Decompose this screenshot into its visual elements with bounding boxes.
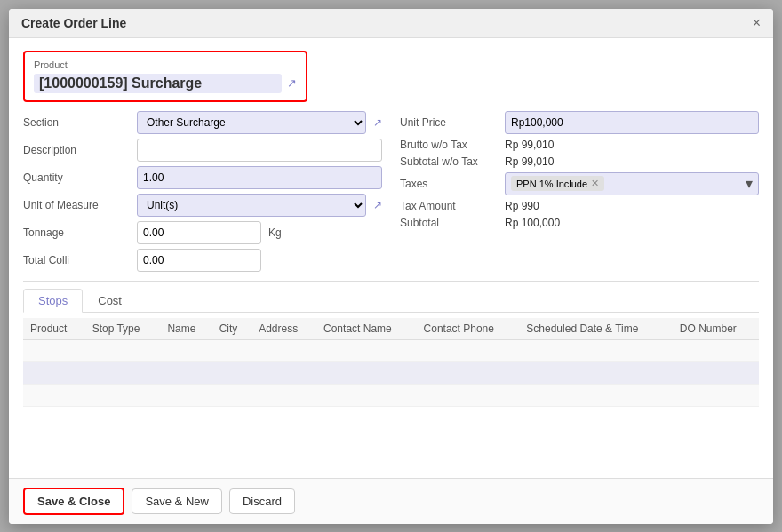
form-grid: Section Other Surcharge ↗ Description Qu…	[23, 111, 759, 272]
stops-table: Product Stop Type Name City Address Cont…	[23, 318, 759, 407]
unit-link-icon[interactable]: ↗	[373, 199, 382, 211]
create-order-line-modal: Create Order Line × Product [1000000159]…	[9, 9, 773, 524]
table-row	[23, 384, 759, 406]
taxes-dropdown-button[interactable]: ▾	[746, 175, 753, 192]
section-label: Section	[23, 116, 130, 129]
subtotal-row: Subtotal w/o Tax Rp 99,010	[400, 155, 759, 168]
final-subtotal-label: Subtotal	[400, 217, 498, 229]
header-row: Product Stop Type Name City Address Cont…	[23, 318, 759, 340]
tab-cost[interactable]: Cost	[83, 289, 137, 312]
table-body	[23, 339, 759, 406]
subtotal-value: Rp 99,010	[505, 155, 554, 168]
unit-price-label: Unit Price	[400, 116, 498, 129]
section-row: Section Other Surcharge ↗	[23, 111, 382, 134]
tax-amount-row: Tax Amount Rp 990	[400, 200, 759, 212]
final-subtotal-value: Rp 100,000	[505, 217, 560, 229]
tabs-section: Stops Cost Product Stop Type Name City A…	[23, 281, 759, 407]
brutto-label: Brutto w/o Tax	[400, 139, 498, 151]
left-column: Section Other Surcharge ↗ Description Qu…	[23, 111, 382, 272]
quantity-label: Quantity	[23, 171, 130, 184]
save-new-button[interactable]: Save & New	[132, 488, 222, 514]
subtotal-label: Subtotal w/o Tax	[400, 155, 498, 168]
total-colli-input[interactable]	[137, 249, 261, 272]
tonnage-unit: Kg	[268, 226, 282, 239]
tax-badge: PPN 1% Include ✕	[511, 176, 604, 191]
tax-badge-label: PPN 1% Include	[516, 179, 587, 189]
tonnage-input[interactable]	[137, 221, 261, 244]
taxes-row: Taxes PPN 1% Include ✕ ▾	[400, 172, 759, 195]
col-contact-phone: Contact Phone	[417, 318, 520, 340]
table-header: Product Stop Type Name City Address Cont…	[23, 318, 759, 340]
tax-amount-value: Rp 990	[505, 200, 539, 212]
right-column: Unit Price Brutto w/o Tax Rp 99,010 Subt…	[400, 111, 759, 272]
brutto-row: Brutto w/o Tax Rp 99,010	[400, 139, 759, 151]
total-colli-label: Total Colli	[23, 254, 130, 266]
col-name: Name	[160, 318, 211, 340]
tax-amount-label: Tax Amount	[400, 200, 498, 212]
total-colli-row: Total Colli	[23, 249, 382, 272]
col-do-number: DO Number	[673, 318, 759, 340]
close-button[interactable]: ×	[753, 16, 761, 30]
section-link-icon[interactable]: ↗	[373, 116, 382, 129]
description-input[interactable]	[137, 139, 382, 162]
section-select[interactable]: Other Surcharge	[137, 111, 366, 134]
product-label: Product	[34, 60, 297, 70]
final-subtotal-row: Subtotal Rp 100,000	[400, 217, 759, 229]
modal-title: Create Order Line	[21, 16, 126, 30]
taxes-label: Taxes	[400, 178, 498, 190]
save-close-button[interactable]: Save & Close	[23, 488, 124, 515]
tabs-row: Stops Cost	[23, 289, 759, 313]
unit-of-measure-select[interactable]: Unit(s)	[137, 194, 366, 217]
modal-header: Create Order Line ×	[9, 9, 773, 38]
description-label: Description	[23, 144, 130, 156]
unit-price-input[interactable]	[505, 111, 759, 134]
product-value: [1000000159] Surcharge	[34, 74, 282, 93]
table-row	[23, 361, 759, 384]
product-value-row: [1000000159] Surcharge ↗	[34, 74, 297, 93]
modal-footer: Save & Close Save & New Discard	[9, 478, 773, 524]
modal-body: Product [1000000159] Surcharge ↗ Section…	[9, 38, 773, 478]
taxes-container: PPN 1% Include ✕ ▾	[505, 172, 759, 195]
tab-stops[interactable]: Stops	[23, 289, 83, 313]
table-row	[23, 339, 759, 361]
unit-of-measure-label: Unit of Measure	[23, 199, 130, 211]
col-city: City	[212, 318, 252, 340]
brutto-value: Rp 99,010	[505, 139, 554, 151]
external-link-icon[interactable]: ↗	[287, 76, 297, 90]
tax-remove-icon[interactable]: ✕	[591, 178, 599, 189]
col-address: Address	[251, 318, 316, 340]
table-container: Product Stop Type Name City Address Cont…	[23, 318, 759, 407]
tonnage-label: Tonnage	[23, 226, 130, 239]
col-contact-name: Contact Name	[316, 318, 417, 340]
quantity-input[interactable]	[137, 166, 382, 189]
quantity-row: Quantity	[23, 166, 382, 189]
col-stop-type: Stop Type	[85, 318, 161, 340]
discard-button[interactable]: Discard	[229, 488, 295, 514]
unit-of-measure-row: Unit of Measure Unit(s) ↗	[23, 194, 382, 217]
unit-price-row: Unit Price	[400, 111, 759, 134]
description-row: Description	[23, 139, 382, 162]
col-scheduled-date: Scheduled Date & Time	[519, 318, 672, 340]
product-field: Product [1000000159] Surcharge ↗	[23, 51, 307, 102]
tonnage-row: Tonnage Kg	[23, 221, 382, 244]
col-product: Product	[23, 318, 85, 340]
